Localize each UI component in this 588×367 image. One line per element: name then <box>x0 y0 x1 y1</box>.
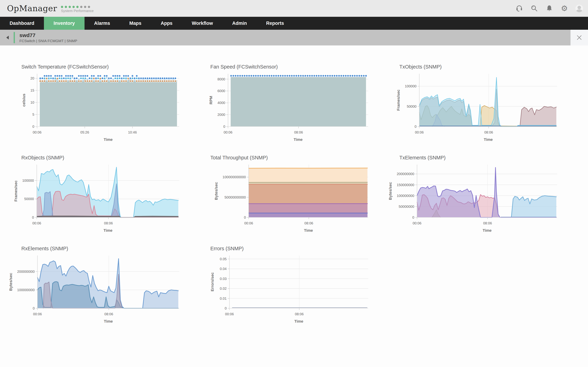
close-button[interactable] <box>571 30 588 45</box>
status-led-8 <box>88 6 90 8</box>
svg-text:Time: Time <box>294 137 303 142</box>
svg-text:0: 0 <box>412 216 414 219</box>
svg-text:0.05: 0.05 <box>220 257 227 261</box>
chart-title-rx-objects: RxObjects (SNMP) <box>21 155 182 161</box>
tab-workflow[interactable]: Workflow <box>182 17 223 30</box>
status-led-4 <box>72 6 75 8</box>
svg-text:0: 0 <box>415 125 416 128</box>
svg-text:50000: 50000 <box>24 197 34 201</box>
svg-text:0.03: 0.03 <box>220 277 227 281</box>
chart-canvas-total-throughput[interactable]: 05000000000010000000000000:0608:06Bytes/… <box>210 162 371 234</box>
svg-text:8000: 8000 <box>217 77 225 81</box>
svg-text:00:06: 00:06 <box>415 130 424 134</box>
main-nav: DashboardInventoryAlarmsMapsAppsWorkflow… <box>0 17 588 30</box>
chart-tx-objects: TxObjects (SNMP)05000010000000:0608:06Fr… <box>399 64 560 143</box>
logo-subtitle-block: System Performance <box>61 6 94 13</box>
svg-text:celsius: celsius <box>22 94 26 107</box>
svg-text:0: 0 <box>32 216 34 219</box>
chart-canvas-errors[interactable]: 00.010.020.030.040.0500:0608:06Errors/se… <box>210 253 371 325</box>
svg-text:05:26: 05:26 <box>80 130 89 134</box>
settings-gear-icon[interactable]: ⚙ <box>560 4 568 12</box>
svg-text:Time: Time <box>484 137 493 142</box>
svg-text:08:06: 08:06 <box>295 312 304 316</box>
svg-text:0.04: 0.04 <box>220 267 227 271</box>
svg-text:5: 5 <box>32 113 34 117</box>
chart-title-fan-speed: Fan Speed (FCSwitchSensor) <box>210 64 371 70</box>
svg-text:150000000: 150000000 <box>397 183 414 187</box>
tab-inventory[interactable]: Inventory <box>44 17 85 30</box>
svg-text:50000: 50000 <box>407 105 416 108</box>
status-led-2 <box>65 6 67 8</box>
svg-text:Bytes/sec: Bytes/sec <box>214 182 218 200</box>
svg-text:0.01: 0.01 <box>220 297 227 300</box>
svg-text:0: 0 <box>223 125 225 128</box>
back-button[interactable] <box>5 34 10 41</box>
svg-text:15: 15 <box>30 88 34 92</box>
svg-text:20: 20 <box>30 76 34 80</box>
app-header: OpManager System Performance <box>0 0 588 17</box>
chart-total-throughput: Total Throughput (SNMP)05000000000010000… <box>210 155 371 234</box>
svg-text:200000000: 200000000 <box>17 270 35 274</box>
tab-dashboard[interactable]: Dashboard <box>0 17 44 30</box>
svg-text:0: 0 <box>32 125 34 128</box>
chart-fan-speed: Fan Speed (FCSwitchSensor)02000400060008… <box>210 64 371 143</box>
svg-text:08:06: 08:06 <box>483 221 492 225</box>
svg-text:Time: Time <box>294 319 303 324</box>
svg-text:10:46: 10:46 <box>128 130 137 134</box>
tab-apps[interactable]: Apps <box>151 17 182 30</box>
tab-maps[interactable]: Maps <box>120 17 151 30</box>
svg-text:Frames/sec: Frames/sec <box>14 180 18 201</box>
svg-text:Bytes/sec: Bytes/sec <box>388 182 392 200</box>
chart-canvas-fan-speed[interactable]: 0200040006000800000:0608:06RPMTime <box>210 71 371 143</box>
tab-alarms[interactable]: Alarms <box>85 17 120 30</box>
svg-text:08:06: 08:06 <box>484 130 493 134</box>
svg-text:50000000: 50000000 <box>399 205 414 209</box>
support-headset-icon[interactable] <box>515 4 523 12</box>
chart-title-rx-elements: RxElements (SNMP) <box>21 246 182 252</box>
chart-canvas-tx-objects[interactable]: 05000010000000:0608:06Frames/secTime <box>399 71 560 143</box>
back-arrow-icon <box>6 36 9 40</box>
chart-canvas-rx-objects[interactable]: 05000010000000:0608:06Frames/secTime <box>21 162 182 234</box>
chart-canvas-tx-elements[interactable]: 05000000010000000015000000020000000000:0… <box>399 162 560 234</box>
chart-switch-temperature: Switch Temperature (FCSwitchSensor)05101… <box>21 64 182 143</box>
device-name: swd77 <box>19 32 77 38</box>
svg-text:100000: 100000 <box>405 84 416 88</box>
chart-canvas-switch-temperature[interactable]: 0510152000:0605:2610:46celsiusTime <box>21 71 182 143</box>
main-content: Switch Temperature (FCSwitchSensor)05101… <box>0 45 588 325</box>
svg-text:00:06: 00:06 <box>33 312 42 316</box>
notifications-bell-icon[interactable] <box>545 4 553 12</box>
charts-grid: Switch Temperature (FCSwitchSensor)05101… <box>21 64 588 325</box>
svg-text:100000000: 100000000 <box>17 288 35 292</box>
svg-text:100000000: 100000000 <box>397 194 414 198</box>
svg-text:200000000: 200000000 <box>397 172 414 176</box>
user-avatar[interactable] <box>575 5 583 12</box>
svg-text:Time: Time <box>104 319 113 324</box>
svg-text:08:06: 08:06 <box>304 221 313 225</box>
svg-text:100000000000: 100000000000 <box>223 175 246 179</box>
svg-text:Bytes/sec: Bytes/sec <box>9 273 13 291</box>
svg-text:0: 0 <box>33 306 35 310</box>
svg-text:00:06: 00:06 <box>32 221 41 225</box>
device-info-block: swd77 FCSwitch | SNIA FCMGMT | SNMP <box>14 32 77 43</box>
avatar-head-shape <box>578 6 581 9</box>
device-meta: FCSwitch | SNIA FCMGMT | SNMP <box>19 39 77 43</box>
svg-text:2000: 2000 <box>217 113 225 117</box>
status-led-1 <box>61 6 63 8</box>
chart-rx-objects: RxObjects (SNMP)05000010000000:0608:06Fr… <box>21 155 182 234</box>
svg-text:Frames/sec: Frames/sec <box>396 90 401 111</box>
tab-reports[interactable]: Reports <box>257 17 294 30</box>
tab-admin[interactable]: Admin <box>223 17 257 30</box>
svg-text:00:06: 00:06 <box>413 221 421 225</box>
status-led-3 <box>69 6 71 8</box>
svg-text:00:06: 00:06 <box>244 221 253 225</box>
svg-text:Time: Time <box>483 228 492 233</box>
search-icon[interactable] <box>530 4 538 12</box>
status-led-7 <box>84 6 86 8</box>
chart-canvas-rx-elements[interactable]: 010000000020000000000:0608:06Bytes/secTi… <box>21 253 182 325</box>
svg-text:Time: Time <box>104 137 113 142</box>
status-led-5 <box>76 6 78 8</box>
chart-title-errors: Errors (SNMP) <box>210 246 371 252</box>
svg-text:10: 10 <box>30 100 34 104</box>
svg-text:00:06: 00:06 <box>225 312 234 316</box>
chart-title-total-throughput: Total Throughput (SNMP) <box>210 155 371 161</box>
